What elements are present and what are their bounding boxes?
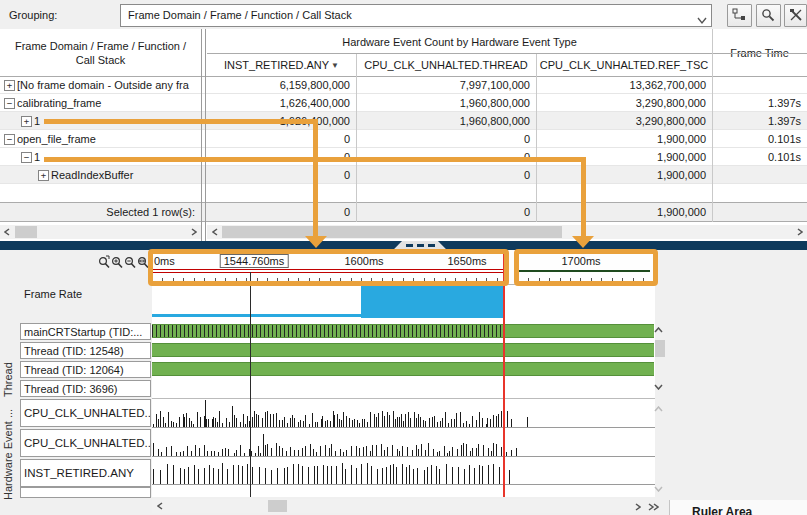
hw-tick — [372, 445, 373, 456]
hw-scroll-up-icon[interactable] — [653, 402, 664, 415]
scrollbar-thumb[interactable] — [268, 500, 287, 512]
timeline-control-panel: Ruler AreaFrameFrame RateFrame RateThrea… — [669, 500, 807, 515]
scroll-right-end-icon[interactable] — [648, 500, 659, 513]
grid-col1-header[interactable]: Frame Domain / Frame / Function / Call S… — [0, 30, 201, 76]
hw-tick — [171, 446, 172, 456]
copy-rows-icon — [732, 8, 746, 22]
hw-tick — [490, 419, 491, 427]
zoom-in-button[interactable] — [111, 255, 124, 270]
cursor-marker-line[interactable] — [250, 272, 251, 497]
hw-tick — [409, 465, 410, 484]
grouping-dropdown[interactable]: Frame Domain / Frame / Function / Call S… — [120, 4, 712, 27]
hw-tick — [351, 446, 352, 457]
hw-tick — [446, 464, 447, 484]
hw-tick — [469, 465, 470, 484]
hw-tick — [287, 467, 288, 484]
grid-row[interactable]: +[No frame domain - Outside any fra6,159… — [0, 76, 807, 94]
copy-rows-button[interactable] — [727, 4, 752, 27]
hw-tick — [498, 414, 499, 427]
hw-tick — [218, 469, 219, 484]
hw-tick — [156, 414, 157, 427]
hw-tick — [284, 417, 285, 427]
zoom-undo-button[interactable] — [98, 255, 111, 270]
hw-scroll-down-icon[interactable] — [653, 482, 664, 495]
grid-row[interactable]: +ReadIndexBuffer001,900,000 — [0, 166, 807, 184]
hw-tick — [359, 448, 360, 456]
grid-cell: 6,159,800,000 — [207, 76, 356, 94]
hardware-event-row-label-empty — [20, 487, 151, 498]
expand-icon[interactable]: + — [21, 116, 32, 127]
timeline-hscrollbar[interactable] — [152, 499, 630, 513]
hw-tick — [158, 449, 159, 456]
hw-tick — [197, 412, 198, 427]
grid-left-hscrollbar[interactable] — [0, 225, 201, 239]
hw-tick — [527, 417, 528, 427]
thread-bar — [503, 324, 654, 338]
hw-tick — [405, 414, 406, 427]
hw-tick — [271, 470, 272, 484]
hw-tick — [242, 466, 243, 484]
hw-tick — [364, 419, 365, 427]
hw-tick — [417, 468, 418, 484]
hw-tick — [205, 400, 206, 427]
hw-tick — [327, 420, 328, 427]
hw-tick — [509, 470, 510, 484]
grid-cell: 1.397s — [712, 94, 807, 112]
scrollbar-thumb[interactable] — [222, 226, 562, 238]
hardware-event-row-label[interactable]: CPU_CLK_UNHALTED... — [20, 399, 151, 427]
expand-icon[interactable]: + — [4, 80, 15, 91]
grid-col-header-clk-thread[interactable]: CPU_CLK_UNHALTED.THREAD — [356, 54, 536, 76]
grid-row[interactable]: −calibrating_frame1,626,400,0001,960,800… — [0, 94, 807, 112]
search-button[interactable] — [756, 4, 781, 27]
scrollbar-thumb[interactable] — [15, 226, 37, 238]
thread-row-label[interactable]: Thread (TID: 12064) — [20, 361, 151, 378]
hw-tick — [354, 419, 355, 427]
hw-tick — [279, 420, 280, 427]
collapse-icon[interactable]: − — [4, 134, 15, 145]
scroll-left-icon[interactable] — [1, 225, 12, 238]
scroll-right-icon[interactable] — [188, 225, 199, 238]
hardware-event-row-label[interactable]: CPU_CLK_UNHALTED... — [20, 429, 151, 457]
thread-row-label[interactable]: Thread (TID: 12548) — [20, 342, 151, 359]
grid-right-hscrollbar[interactable] — [207, 225, 807, 239]
hw-tick — [366, 446, 367, 456]
collapse-icon[interactable]: − — [4, 98, 15, 109]
frame-boundary-marker-line[interactable] — [503, 253, 505, 497]
hw-tick — [204, 468, 205, 484]
scroll-left-icon[interactable] — [209, 225, 220, 238]
thread-scroll-up-icon[interactable] — [653, 323, 664, 336]
collapse-icon[interactable]: − — [21, 152, 32, 163]
hw-tick — [225, 448, 226, 456]
expand-icon[interactable]: + — [38, 170, 49, 181]
hw-tick — [396, 467, 397, 484]
hw-tick — [482, 466, 483, 484]
grid-cell: 0.101s — [712, 130, 807, 148]
hw-tick — [384, 416, 385, 427]
hw-row-baseline — [152, 484, 655, 485]
thread-row-label[interactable]: Thread (TID: 3696) — [20, 380, 151, 397]
hw-tick — [204, 445, 205, 456]
grid-row[interactable]: −open_file_frame001,900,0000.101s — [0, 130, 807, 148]
tools-icon — [789, 8, 803, 22]
scroll-left-icon[interactable] — [154, 499, 165, 512]
hw-tick — [393, 464, 394, 484]
grid-col-header-inst-retired[interactable]: INST_RETIRED.ANY▼ — [207, 54, 356, 76]
zoom-out-button[interactable] — [124, 255, 137, 270]
hw-tick — [376, 417, 377, 427]
thread-scroll-down-icon[interactable] — [653, 380, 664, 393]
thread-vscrollbar-thumb[interactable] — [655, 340, 665, 357]
hardware-event-row-label[interactable]: INST_RETIRED.ANY — [20, 459, 151, 487]
customize-button[interactable] — [784, 4, 807, 27]
hw-tick — [496, 444, 497, 456]
hw-tick — [153, 469, 154, 484]
thread-row-label[interactable]: mainCRTStartup (TID:... — [20, 323, 151, 340]
hw-tick — [392, 445, 393, 456]
hw-tick — [153, 443, 154, 456]
scroll-right-icon[interactable] — [632, 500, 643, 513]
scroll-right-icon[interactable] — [794, 225, 805, 238]
grid-col-header-clk-ref-tsc[interactable]: CPU_CLK_UNHALTED.REF_TSC — [536, 54, 712, 76]
grid-footer-row: Selected 1 row(s): 0 0 1,900,000 — [0, 202, 807, 222]
hw-tick — [258, 415, 259, 427]
hw-tick — [163, 417, 164, 427]
hw-tick — [247, 464, 248, 484]
